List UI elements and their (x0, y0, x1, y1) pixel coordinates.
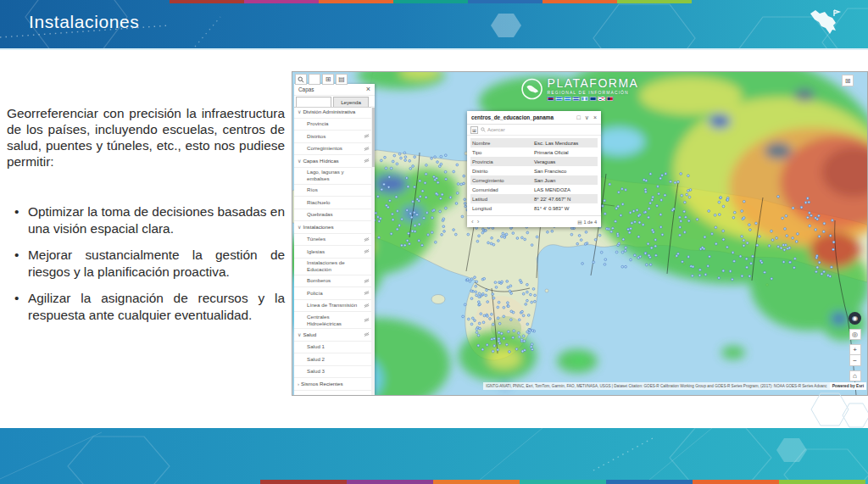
attribute-value: LAS MENDOZA (534, 187, 596, 192)
attribute-value: Esc. Las Mendozas (534, 141, 596, 146)
layer-row[interactable]: Salud 3 (294, 366, 371, 379)
stripe-segment (170, 0, 244, 3)
chevron-down-icon: ∨ (298, 224, 301, 230)
country-flag-icon (556, 97, 563, 101)
layer-label: Policía (307, 290, 359, 297)
layer-label: Sismos Recientes (301, 381, 353, 387)
layer-row[interactable]: ∨ Instalaciones (294, 221, 371, 234)
search-icon (481, 127, 486, 132)
eye-slash-icon[interactable] (364, 158, 370, 164)
map-controls: ◉ ◎ + − ⌂ (849, 312, 861, 381)
chevron-down-icon: ∨ (298, 108, 301, 114)
eye-slash-icon[interactable] (364, 317, 370, 323)
layer-row[interactable]: Iglesias (294, 246, 371, 259)
footer-color-stripe (260, 480, 865, 484)
layers-button[interactable] (309, 74, 320, 85)
layer-label: Provincia (307, 120, 359, 127)
layer-row[interactable]: Centrales Hidroeléctricas (294, 312, 371, 329)
layer-row[interactable]: Ríos (294, 185, 371, 197)
layer-label: Salud (303, 331, 355, 338)
layer-label: Túneles (307, 236, 359, 242)
stripe-segment (693, 480, 779, 484)
eye-slash-icon[interactable] (364, 236, 370, 242)
map-canvas[interactable]: ⊞ ▤ Capas × Leyenda ∨ División Administr… (292, 71, 868, 396)
eye-slash-icon[interactable] (364, 290, 370, 296)
panel-scrollbar[interactable] (371, 106, 375, 395)
bookmarks-button[interactable]: ▤ (336, 74, 348, 85)
home-button[interactable]: ⌂ (849, 370, 861, 381)
zoom-out-button[interactable]: − (849, 355, 861, 366)
map-toolbar: ⊞ ▤ (295, 74, 348, 85)
zoom-to-link[interactable]: Acercar (481, 127, 505, 132)
popup-title: centros_de_educacion_panama (471, 114, 573, 120)
basemap-gallery-button[interactable]: ⊞ (322, 74, 334, 85)
attribute-label: Tipo (472, 150, 534, 155)
layers-panel: Capas × Leyenda ∨ División Administrativ… (294, 84, 375, 395)
attribute-value: Primaria Oficial (534, 150, 596, 155)
attribute-label: Latitud (472, 197, 534, 202)
prev-feature-button[interactable]: ‹ (471, 218, 474, 225)
layer-row[interactable]: Policía (294, 287, 371, 300)
layer-row[interactable]: Riachuelo (294, 197, 371, 209)
attribute-value: 81° 4' 0.983″ W (534, 206, 596, 211)
layer-row[interactable]: Provincia (294, 119, 371, 131)
eye-slash-icon[interactable] (364, 146, 370, 152)
page-title: Instalaciones (29, 12, 139, 32)
layer-label: Riachuelo (307, 199, 359, 206)
list-icon: ▤ (577, 220, 581, 225)
layer-row[interactable]: Distritos (294, 131, 371, 143)
home-icon: ⌂ (853, 372, 857, 380)
layer-row[interactable]: › Sismos Recientes (294, 378, 371, 391)
layer-row[interactable]: Bomberos (294, 275, 371, 288)
stripe-segment (606, 480, 693, 484)
layer-row[interactable]: Salud 2 (294, 353, 371, 366)
grid-icon: ⊞ (845, 77, 851, 85)
layer-label: Salud 2 (307, 356, 359, 363)
stripe-segment (260, 480, 347, 484)
country-flag-icon (590, 97, 597, 101)
attribute-value: 8° 22' 47.667″ N (534, 197, 596, 202)
close-icon[interactable]: × (366, 86, 370, 93)
zoom-in-button[interactable]: + (849, 344, 861, 355)
layer-row[interactable]: ∨ División Administrativa (294, 106, 371, 119)
locate-button[interactable]: ◎ (849, 329, 861, 340)
stripe-segment (520, 480, 606, 484)
map-attribution: IGNTG-ANATI, PNNC, Esri, TomTom, Garmin,… (483, 382, 866, 390)
layers-panel-header: Capas × (294, 84, 375, 96)
eye-slash-icon[interactable] (364, 248, 370, 254)
country-flag-icon (565, 97, 571, 101)
layer-row[interactable]: ∨ Salud (294, 329, 371, 342)
powered-by-esri[interactable]: Powered by Esri (830, 382, 866, 390)
layer-row[interactable]: Lago, lagunas y embalses (294, 168, 371, 185)
search-button[interactable] (295, 74, 307, 85)
dock-icon[interactable]: □ (577, 114, 581, 120)
collapse-icon[interactable]: ∨ (585, 114, 589, 121)
country-flag-icon (607, 97, 614, 101)
layer-row[interactable]: Línea de Transmisión (294, 300, 371, 313)
bullet-item: Optimizar la toma de decisiones basadas … (7, 203, 285, 237)
layer-row[interactable]: ∨ Capas Hídricas (294, 155, 371, 168)
country-flag-icon (573, 97, 580, 101)
layer-label: Centrales Hidroeléctricas (307, 314, 359, 327)
eye-slash-icon[interactable] (364, 278, 370, 284)
layer-label: Bomberos (307, 277, 359, 284)
layer-row[interactable]: Salud 1 (294, 342, 371, 354)
slide-header: Instalaciones (0, 0, 868, 50)
layer-row[interactable]: Instalaciones de Educación (294, 259, 371, 275)
bullet-item: Mejorar sustancialmente la gestión de ri… (7, 247, 285, 281)
attribute-label: Provincia (472, 159, 534, 164)
widget-grid-button[interactable]: ⊞ (842, 75, 854, 86)
layer-label: Salud 3 (307, 368, 359, 375)
eye-slash-icon[interactable] (364, 331, 370, 337)
header-color-stripe (170, 0, 692, 3)
layer-row[interactable]: Quebradas (294, 209, 371, 222)
layer-row[interactable]: Túneles (294, 234, 371, 247)
street-view-button[interactable]: ◉ (849, 312, 861, 325)
related-records-button[interactable]: ⊞ (470, 126, 478, 134)
close-icon[interactable]: × (593, 114, 597, 120)
next-feature-button[interactable]: › (477, 218, 480, 225)
eye-slash-icon[interactable] (364, 133, 370, 139)
stripe-segment (433, 480, 520, 484)
eye-slash-icon[interactable] (364, 303, 370, 309)
layer-row[interactable]: Corregimientos (294, 143, 371, 156)
